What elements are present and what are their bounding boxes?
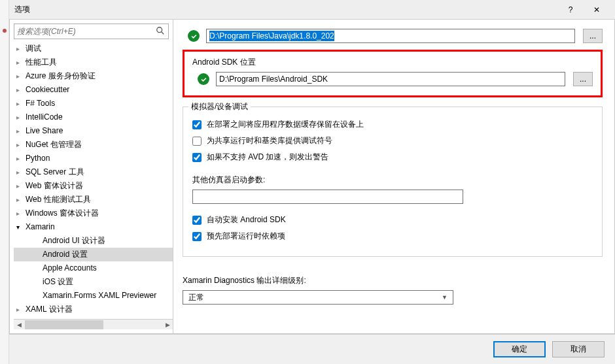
checkbox-avd-warn[interactable] xyxy=(192,153,202,162)
check-auto-install[interactable]: 自动安装 Android SDK xyxy=(192,214,593,225)
cancel-button[interactable]: 取消 xyxy=(552,341,605,357)
expand-arrow-right-icon[interactable]: ▸ xyxy=(16,42,24,56)
tree-item-label: IntelliCode xyxy=(24,110,63,124)
tree-child-item[interactable]: Xamarin.Forms XAML Previewer xyxy=(14,289,173,303)
diagnostics-label: Xamarin Diagnostics 输出详细级别: xyxy=(183,275,603,286)
tree-child-item[interactable]: Android UI 设计器 xyxy=(14,234,173,248)
help-button[interactable]: ? xyxy=(557,0,584,20)
editor-gutter xyxy=(0,0,9,364)
tree-item[interactable]: ▸F# Tools xyxy=(14,97,173,110)
check-ok-icon xyxy=(188,30,200,42)
check-avd-warn[interactable]: 如果不支持 AVD 加速，则发出警告 xyxy=(192,152,593,163)
emulator-args-input[interactable] xyxy=(192,190,463,204)
expand-arrow-right-icon[interactable]: ▸ xyxy=(16,56,24,69)
checkbox-debug-symbols[interactable] xyxy=(192,137,202,146)
tree-item[interactable]: ▸Web 性能测试工具 xyxy=(14,193,173,207)
tree-item[interactable]: ▸IntelliCode xyxy=(14,110,173,124)
tree-child-item[interactable]: iOS 设置 xyxy=(14,275,173,289)
tree-item-label: Apple Accounts xyxy=(41,261,97,275)
tree-item-label: Windows 窗体设计器 xyxy=(24,207,99,220)
tree-item-label: SQL Server 工具 xyxy=(24,165,84,179)
diagnostics-dropdown[interactable]: 正常 ▼ xyxy=(183,290,453,305)
dialog-footer: 确定 取消 xyxy=(9,334,615,364)
tree-item-label: XAML 设计器 xyxy=(24,303,73,316)
tree-item-label: Live Share xyxy=(24,124,63,138)
tree-item[interactable]: ▸XAML 设计器 xyxy=(14,303,173,316)
expand-arrow-right-icon[interactable]: ▸ xyxy=(16,152,24,165)
tree-item[interactable]: ▸Azure 服务身份验证 xyxy=(14,69,173,83)
expand-arrow-right-icon[interactable]: ▸ xyxy=(16,97,24,110)
ok-button[interactable]: 确定 xyxy=(493,341,546,357)
close-button[interactable]: ✕ xyxy=(584,0,610,20)
tree-item-label: Python xyxy=(24,152,50,165)
tree-item[interactable]: ▸调试 xyxy=(14,42,173,56)
tree-item-label: Android 设置 xyxy=(41,248,88,261)
chevron-down-icon: ▼ xyxy=(442,294,448,301)
tree-item-label: Web 窗体设计器 xyxy=(24,179,83,193)
expand-arrow-right-icon[interactable]: ▸ xyxy=(16,124,24,138)
android-sdk-highlight: Android SDK 位置 ... xyxy=(183,50,603,97)
scrollbar-thumb[interactable] xyxy=(25,320,103,329)
jdk-path-input[interactable]: D:\Program Files\Java\jdk1.8.0_202 xyxy=(206,29,575,43)
expand-arrow-right-icon[interactable]: ▸ xyxy=(16,179,24,193)
tree-item[interactable]: ▸Web 窗体设计器 xyxy=(14,179,173,193)
expand-arrow-right-icon[interactable]: ▸ xyxy=(16,303,24,316)
tree-child-item[interactable]: Apple Accounts xyxy=(14,261,173,275)
tree-item-label: Web 性能测试工具 xyxy=(24,193,91,207)
search-icon[interactable] xyxy=(156,26,165,37)
tree-item-label: iOS 设置 xyxy=(41,275,73,289)
expand-arrow-down-icon[interactable]: ▾ xyxy=(16,220,24,234)
checkbox-predeploy[interactable] xyxy=(192,232,202,241)
checkbox-label: 在部署之间将应用程序数据缓存保留在设备上 xyxy=(207,119,364,130)
tree-item[interactable]: ▾Xamarin xyxy=(14,220,173,234)
gutter-marker xyxy=(3,29,7,33)
search-input[interactable] xyxy=(14,24,169,39)
tree-item-label: Xamarin.Forms XAML Previewer xyxy=(41,289,156,303)
expand-arrow-right-icon[interactable]: ▸ xyxy=(16,69,24,83)
tree-item[interactable]: ▸Cookiecutter xyxy=(14,83,173,97)
jdk-path-row: D:\Program Files\Java\jdk1.8.0_202 ... xyxy=(183,29,603,43)
check-keep-data[interactable]: 在部署之间将应用程序数据缓存保留在设备上 xyxy=(192,119,593,130)
tree-item-label: F# Tools xyxy=(24,97,55,110)
browse-sdk-button[interactable]: ... xyxy=(573,72,593,86)
dropdown-value: 正常 xyxy=(188,292,204,303)
expand-arrow-right-icon[interactable]: ▸ xyxy=(16,165,24,179)
horizontal-scrollbar[interactable]: ◀ ▶ xyxy=(14,319,173,329)
expand-arrow-right-icon[interactable]: ▸ xyxy=(16,193,24,207)
expand-arrow-right-icon[interactable]: ▸ xyxy=(16,207,24,220)
expand-arrow-right-icon[interactable]: ▸ xyxy=(16,138,24,152)
browse-jdk-button[interactable]: ... xyxy=(583,29,603,43)
check-ok-icon xyxy=(198,73,209,85)
tree-item-label: Android UI 设计器 xyxy=(41,234,105,248)
tree-child-item[interactable]: Android 设置 xyxy=(14,248,173,261)
checkbox-label: 预先部署运行时依赖项 xyxy=(207,231,285,242)
tree-item-label: Cookiecutter xyxy=(24,83,69,97)
sdk-path-input[interactable] xyxy=(216,72,565,86)
options-sidebar: ▸调试▸性能工具▸Azure 服务身份验证▸Cookiecutter▸F# To… xyxy=(10,20,173,333)
tree-item[interactable]: ▸Windows 窗体设计器 xyxy=(14,207,173,220)
tree-item[interactable]: ▸性能工具 xyxy=(14,56,173,69)
tree-item-label: NuGet 包管理器 xyxy=(24,138,82,152)
tree-item-label: Xamarin xyxy=(24,220,55,234)
jdk-path-value: D:\Program Files\Java\jdk1.8.0_202 xyxy=(209,31,334,41)
scroll-left-icon[interactable]: ◀ xyxy=(14,320,24,330)
tree-item-label: 调试 xyxy=(24,42,41,56)
tree-item-label: Azure 服务身份验证 xyxy=(24,69,96,83)
tree-item[interactable]: ▸Python xyxy=(14,152,173,165)
check-debug-symbols[interactable]: 为共享运行时和基类库提供调试符号 xyxy=(192,135,593,146)
expand-arrow-right-icon[interactable]: ▸ xyxy=(16,110,24,124)
checkbox-auto-install[interactable] xyxy=(192,216,202,225)
checkbox-keep-data[interactable] xyxy=(192,120,202,129)
options-panel: D:\Program Files\Java\jdk1.8.0_202 ... A… xyxy=(173,20,614,333)
check-predeploy[interactable]: 预先部署运行时依赖项 xyxy=(192,231,593,242)
checkbox-label: 为共享运行时和基类库提供调试符号 xyxy=(207,135,332,146)
options-tree[interactable]: ▸调试▸性能工具▸Azure 服务身份验证▸Cookiecutter▸F# To… xyxy=(14,42,173,319)
tree-item[interactable]: ▸SQL Server 工具 xyxy=(14,165,173,179)
tree-item[interactable]: ▸NuGet 包管理器 xyxy=(14,138,173,152)
checkbox-label: 自动安装 Android SDK xyxy=(207,214,286,225)
scroll-right-icon[interactable]: ▶ xyxy=(162,320,173,330)
checkbox-label: 如果不支持 AVD 加速，则发出警告 xyxy=(207,152,328,163)
tree-item[interactable]: ▸Live Share xyxy=(14,124,173,138)
expand-arrow-right-icon[interactable]: ▸ xyxy=(16,83,24,97)
emulator-args-label: 其他仿真器启动参数: xyxy=(192,174,593,186)
